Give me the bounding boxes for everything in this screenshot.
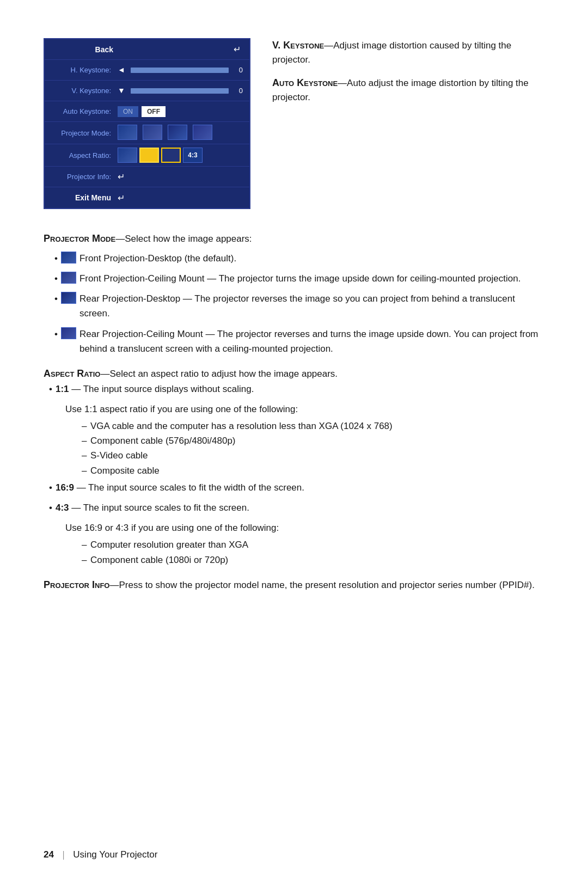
- bullet-dot-169: •: [49, 480, 52, 495]
- bullet-dot-4: •: [54, 327, 58, 341]
- bullet-dot-11: •: [49, 382, 52, 396]
- projector-mode-intro: Projector Mode—Select how the image appe…: [44, 231, 544, 247]
- projector-info-section: Projector Info—Press to show the project…: [44, 577, 544, 593]
- aspect-ratio-heading: Aspect Ratio: [44, 368, 100, 379]
- aspect-icon-sun3[interactable]: [161, 148, 181, 163]
- ar-11-sub-2: Component cable (576p/480i/480p): [82, 433, 544, 448]
- h-keystone-label: H. Keystone:: [51, 66, 111, 74]
- v-keystone-dash: —: [324, 40, 333, 51]
- exit-menu-row: Exit Menu ↵: [45, 187, 249, 208]
- ar-text-169: 16:9 — The input source scales to fit th…: [56, 480, 304, 495]
- auto-keystone-label: Auto Keystone:: [51, 107, 111, 115]
- projector-info-row: Projector Info: ↵: [45, 167, 249, 187]
- auto-keystone-row: Auto Keystone: ON OFF: [45, 101, 249, 122]
- page-footer: 24 | Using Your Projector: [44, 849, 157, 860]
- exit-menu-label: Exit Menu: [51, 193, 111, 202]
- h-keystone-content: ◄ 0: [118, 66, 243, 75]
- pm-text-4: Rear Projection-Ceiling Mount — The proj…: [79, 327, 544, 356]
- top-section: Back ↵ H. Keystone: ◄ 0 V. Keystone: ▼ 0: [44, 33, 544, 209]
- pm-text-2: Front Projection-Ceiling Mount — The pro…: [79, 271, 520, 286]
- projector-mode-label: Projector Mode:: [51, 129, 111, 137]
- v-keystone-row: V. Keystone: ▼ 0: [45, 81, 249, 101]
- h-keystone-slider: [131, 68, 229, 73]
- bullet-dot-43: •: [49, 500, 52, 515]
- v-keystone-heading: V. Keystone: [272, 40, 324, 51]
- pm-item-4: • Rear Projection-Ceiling Mount — The pr…: [54, 327, 544, 356]
- ar-item-169: • 16:9 — The input source scales to fit …: [49, 480, 544, 495]
- projector-mode-dash: —: [115, 234, 125, 244]
- v-keystone-label: V. Keystone:: [51, 87, 111, 95]
- bullet-dot-3: •: [54, 291, 58, 306]
- pm-item-3: • Rear Projection-Desktop — The projecto…: [54, 291, 544, 321]
- back-enter-icon: ↵: [234, 44, 241, 54]
- pm-icon-3: [61, 292, 76, 304]
- projector-info-content: ↵: [118, 171, 243, 182]
- pm-text-3: Rear Projection-Desktop — The projector …: [79, 291, 544, 321]
- auto-keystone-heading: Auto Keystone: [272, 77, 338, 88]
- aspect-icon-sun2[interactable]: [139, 148, 159, 163]
- h-keystone-value: 0: [232, 66, 243, 74]
- mode-rp-desktop-icon[interactable]: [168, 125, 187, 140]
- aspect-icon-sun1[interactable]: [118, 148, 137, 163]
- projector-mode-content: [118, 125, 243, 140]
- menu-panel: Back ↵ H. Keystone: ◄ 0 V. Keystone: ▼ 0: [44, 38, 250, 209]
- projector-mode-section: Projector Mode—Select how the image appe…: [44, 231, 544, 356]
- auto-keystone-content: ON OFF: [118, 106, 243, 117]
- ar-11-sub-list: VGA cable and the computer has a resolut…: [82, 419, 544, 478]
- aspect-ratio-section: Aspect Ratio—Select an aspect ratio to a…: [44, 366, 544, 567]
- aspect-ratio-intro: Aspect Ratio—Select an aspect ratio to a…: [44, 366, 544, 382]
- projector-info-heading: Projector Info: [44, 579, 109, 590]
- toggle-off-btn[interactable]: OFF: [142, 106, 166, 117]
- pm-icon-2: [61, 272, 76, 284]
- ar-43-indent: Use 16:9 or 4:3 if you are using one of …: [65, 520, 544, 567]
- projector-info-enter-icon: ↵: [118, 171, 125, 182]
- right-description: V. Keystone—Adjust image distortion caus…: [272, 33, 544, 113]
- aspect-ratio-row: Aspect Ratio: 4:3: [45, 144, 249, 167]
- ar-11-sub-4: Composite cable: [82, 463, 544, 478]
- mode-fp-desktop-icon[interactable]: [118, 125, 137, 140]
- auto-keystone-description: Auto Keystone—Auto adjust the image dist…: [272, 76, 544, 105]
- projector-info-dash: —: [109, 580, 119, 590]
- ar-11-sub-1: VGA cable and the computer has a resolut…: [82, 419, 544, 433]
- bullet-dot-1: •: [54, 251, 58, 266]
- v-keystone-slider: [131, 88, 229, 94]
- aspect-icon-43[interactable]: 4:3: [183, 148, 203, 163]
- v-keystone-description: V. Keystone—Adjust image distortion caus…: [272, 38, 544, 67]
- ar-item-11: • 1:1 — The input source displays withou…: [49, 382, 544, 396]
- body-content: Projector Mode—Select how the image appe…: [44, 231, 544, 593]
- pm-icon-4: [61, 327, 76, 339]
- aspect-ratio-content: 4:3: [118, 148, 243, 163]
- h-keystone-arrow: ◄: [118, 66, 125, 75]
- aspect-ratio-dash: —: [100, 369, 109, 379]
- menu-header-row: Back ↵: [45, 39, 249, 60]
- pm-icon-1: [61, 252, 76, 264]
- bullet-dot-2: •: [54, 271, 58, 286]
- v-keystone-content: ▼ 0: [118, 87, 243, 95]
- exit-menu-content: ↵: [118, 193, 243, 203]
- ar-43-sub-list: Computer resolution greater than XGA Com…: [82, 537, 544, 567]
- projector-info-text: Projector Info—Press to show the project…: [44, 577, 544, 593]
- pm-item-2: • Front Projection-Ceiling Mount — The p…: [54, 271, 544, 286]
- mode-rp-ceiling-icon[interactable]: [193, 125, 212, 140]
- footer-title: Using Your Projector: [73, 849, 157, 860]
- toggle-on-btn[interactable]: ON: [118, 106, 138, 117]
- projector-info-label: Projector Info:: [51, 173, 111, 181]
- auto-keystone-dash: —: [338, 78, 347, 88]
- projector-mode-row: Projector Mode:: [45, 122, 249, 144]
- ar-43-use-intro: Use 16:9 or 4:3 if you are using one of …: [65, 520, 544, 535]
- page-number: 24: [44, 849, 54, 860]
- ar-item-43: • 4:3 — The input source scales to fit t…: [49, 500, 544, 515]
- projector-mode-list: • Front Projection-Desktop (the default)…: [54, 251, 544, 356]
- ar-11-use-intro: Use 1:1 aspect ratio if you are using on…: [65, 402, 544, 416]
- v-keystone-value: 0: [232, 87, 243, 95]
- exit-menu-enter-icon: ↵: [118, 193, 125, 203]
- aspect-ratio-label: Aspect Ratio:: [51, 151, 111, 160]
- ar-43-sub-2: Component cable (1080i or 720p): [82, 553, 544, 567]
- projector-mode-heading: Projector Mode: [44, 233, 115, 244]
- pm-item-1: • Front Projection-Desktop (the default)…: [54, 251, 544, 266]
- ar-11-sub-3: S-Video cable: [82, 448, 544, 463]
- pm-text-1: Front Projection-Desktop (the default).: [79, 251, 236, 266]
- v-keystone-arrow: ▼: [118, 87, 125, 95]
- footer-separator: |: [63, 849, 64, 860]
- mode-fp-ceiling-icon[interactable]: [143, 125, 162, 140]
